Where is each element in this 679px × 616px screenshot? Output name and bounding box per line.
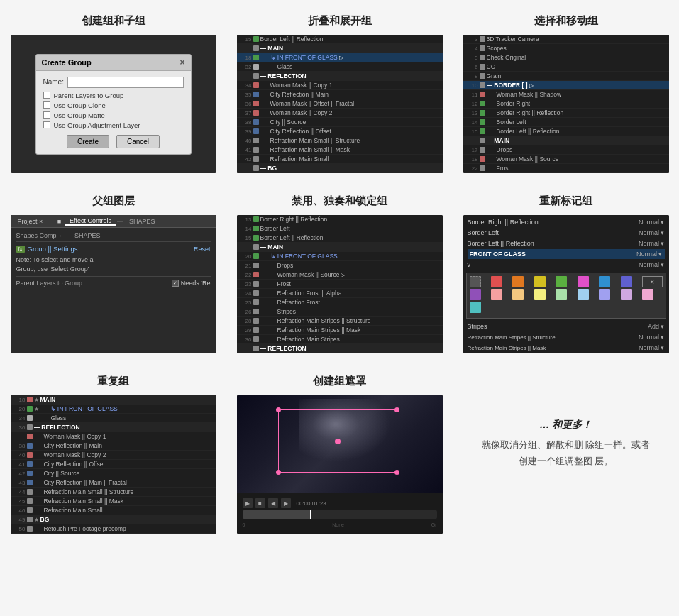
next-btn[interactable]: ▶ (281, 498, 291, 508)
ec-reset-btn[interactable]: Reset (194, 246, 211, 253)
layer-row: 15 Border Left || Reflection (237, 35, 443, 44)
layer-row: 35 City Reflection || Main (237, 90, 443, 99)
name-input[interactable] (67, 77, 184, 88)
create-button[interactable]: Create (67, 135, 109, 148)
cell-remark-groups: 重新标记组 Border Right || Reflection Normal … (460, 194, 672, 353)
color-indicator (27, 461, 33, 467)
color-indicator (253, 64, 259, 70)
swatch-orange[interactable] (512, 276, 524, 287)
checkbox-row-2: Use Group Clone (43, 101, 184, 109)
swatch-purple[interactable] (470, 289, 481, 300)
color-indicator (253, 272, 259, 277)
ec-shapes-tab[interactable]: SHAPES (125, 218, 160, 225)
swatch-light-purple[interactable] (621, 289, 632, 300)
color-indicator (253, 244, 259, 250)
thumbnail-6: Border Right || Reflection Normal ▾ Bord… (463, 215, 669, 353)
mask-video-area (237, 395, 443, 493)
prev-btn[interactable]: ◀ (268, 498, 278, 508)
layer-row[interactable]: 10 — BORDER [ ] ▷ (463, 81, 669, 90)
layer-row: 36 — REFLECTION (11, 423, 216, 432)
mask-center-dot[interactable] (335, 439, 341, 444)
layer-row: 23 Frost (237, 280, 443, 289)
layer-row: 34 Woman Mask || Copy 1 (237, 81, 443, 90)
color-indicator (27, 434, 33, 439)
color-indicator (27, 443, 33, 449)
remark-bottom-layers: Stripes Add ▾ Refraction Main Stripes ||… (463, 321, 669, 353)
checkbox-row-3: Use Group Matte (43, 111, 184, 119)
ec-project-tab[interactable]: Project × (13, 218, 48, 225)
checkbox-label-3: Use Group Matte (54, 111, 105, 119)
color-indicator (480, 138, 485, 143)
remark-row: v Normal ▾ (468, 260, 665, 270)
ec-comp-label: Shapes Comp ← — SHAPES (16, 232, 211, 239)
repeat-layer-list: 18 ★ MAIN 20 ★ ↳ IN FRONT OF GLASS 34 (11, 395, 216, 534)
swatch-light-red[interactable] (491, 289, 502, 300)
swatch-light-green[interactable] (556, 289, 567, 300)
swatch-close[interactable]: × (642, 276, 662, 287)
swatch-light-yellow[interactable] (534, 289, 546, 300)
cell-title-1: 创建组和子组 (82, 14, 145, 28)
layer-row: 44 Refraction Main Small || Structure (11, 488, 216, 497)
swatch-light-blue[interactable] (578, 289, 589, 300)
color-picker-popup[interactable]: × (466, 273, 666, 319)
layer-row: 11 Woman Mask || Shadow (463, 90, 669, 99)
color-indicator (253, 336, 259, 342)
dialog-close-btn[interactable]: × (180, 57, 184, 67)
layer-row[interactable]: 18 ↳ IN FRONT OF GLASS ▷ (237, 53, 443, 62)
color-indicator (27, 471, 33, 476)
swatch-light-orange[interactable] (512, 289, 524, 300)
group-clone-checkbox[interactable] (43, 101, 50, 109)
layer-row: 6 CC (463, 62, 669, 72)
color-indicator (253, 55, 259, 60)
color-indicator (253, 263, 259, 268)
color-indicator (253, 216, 259, 222)
swatch-light-pink[interactable] (642, 289, 653, 300)
color-indicator (27, 415, 33, 421)
cell-title-6: 重新标记组 (539, 194, 592, 208)
checkbox-label-1: Parent Layers to Group (54, 92, 124, 99)
stop-btn[interactable]: ■ (255, 498, 265, 508)
swatch-pink[interactable] (578, 276, 589, 287)
swatch-red[interactable] (491, 276, 502, 287)
cell-title-8: 创建组遮罩 (313, 375, 366, 388)
swatch-green[interactable] (556, 276, 567, 287)
group-matte-checkbox[interactable] (43, 111, 50, 119)
swatch-light-indigo[interactable] (599, 289, 610, 300)
fold-layer-list: 15 Border Left || Reflection — MAIN 18 ↳… (237, 35, 443, 173)
layer-row: 26 Stripes (237, 307, 443, 317)
checkbox-label-4: Use Group Adjustment Layer (54, 121, 140, 129)
layer-row: 8 Grain (463, 72, 669, 81)
cancel-button[interactable]: Cancel (116, 135, 160, 148)
mask-corner-br[interactable] (394, 470, 399, 475)
swatch-teal[interactable] (470, 302, 481, 313)
ec-body: Shapes Comp ← — SHAPES fx Group || Setti… (11, 228, 216, 292)
play-btn[interactable]: ▶ (243, 498, 253, 508)
ec-effect-tab[interactable]: ■ (53, 218, 65, 225)
layer-row: 14 Border Left (463, 118, 669, 127)
color-indicator (480, 64, 485, 70)
swatch-indigo[interactable] (621, 276, 632, 287)
remark-row-group[interactable]: FRONT OF GLASS Normal ▾ (468, 249, 665, 259)
group-adjustment-checkbox[interactable] (43, 121, 50, 128)
thumbnail-5: 13 Border Right || Reflection 14 Border … (237, 215, 443, 353)
layer-row: 24 Refraction Frost || Alpha (237, 289, 443, 298)
swatch-none[interactable] (470, 276, 481, 287)
more-title: … 和更多！ (540, 419, 592, 431)
dialog-header: Create Group × (36, 55, 191, 71)
layer-row: 25 Refraction Frost (237, 298, 443, 307)
layer-row: — REFLECTION (237, 72, 443, 81)
layer-row: 3 3D Tracker Camera (463, 35, 669, 44)
ec-effect-controls-tab[interactable]: Effect Controls (65, 217, 116, 226)
color-indicator (253, 290, 259, 296)
mask-bounding-box[interactable] (278, 409, 397, 473)
ec-param-checkbox[interactable]: ✓ (172, 280, 179, 287)
cell-title-3: 选择和移动组 (534, 14, 598, 28)
thumbnail-1: Create Group × Name: Parent Layers to Gr… (11, 35, 216, 173)
remark-row: Stripes Add ▾ (468, 321, 665, 331)
mask-timeline-track[interactable] (243, 510, 437, 519)
parent-layers-checkbox[interactable] (43, 92, 50, 99)
swatch-blue[interactable] (599, 276, 610, 287)
swatch-yellow[interactable] (534, 276, 546, 287)
mask-corner-bl[interactable] (276, 470, 281, 475)
layer-row: 46 Refraction Main Small (11, 506, 216, 515)
